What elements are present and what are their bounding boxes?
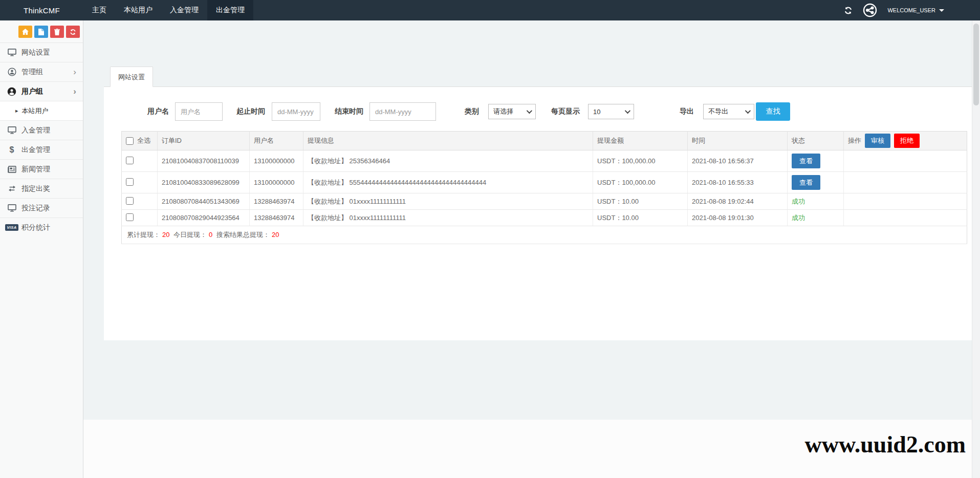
col-time: 时间: [688, 132, 788, 150]
table-row: 210810040837008110039 13100000000 【收款地址】…: [122, 150, 967, 172]
cell-order-id: 210808070829044923564: [158, 210, 250, 226]
quick-file-button[interactable]: [34, 26, 48, 38]
sidebar-item-withdraw[interactable]: $ 出金管理: [0, 140, 83, 159]
watermark: www.uuid2.com: [805, 431, 966, 458]
view-button[interactable]: 查看: [792, 175, 820, 190]
export-select[interactable]: 不导出: [703, 104, 754, 119]
cell-time: 2021-08-08 19:02:44: [688, 193, 788, 210]
triangle-right-icon: ▸: [15, 107, 18, 114]
sidebar-item-label: 本站用户: [22, 106, 49, 116]
category-select[interactable]: 请选择: [488, 104, 536, 119]
user-dropdown[interactable]: WELCOME_USER: [887, 7, 944, 13]
sidebar-item-assigned-draw[interactable]: 指定出奖: [0, 179, 83, 198]
scrollbar-track: [972, 20, 980, 478]
sidebar-item-label: 用户组: [21, 87, 43, 96]
trash-icon: [54, 29, 60, 35]
sidebar-item-bet-records[interactable]: 投注记录: [0, 198, 83, 218]
sidebar-item-local-users[interactable]: ▸ 本站用户: [0, 101, 83, 120]
start-date-field[interactable]: [272, 102, 320, 121]
category-select-value: 请选择: [493, 107, 513, 116]
scrollbar-thumb[interactable]: [973, 24, 979, 105]
cell-amount: USDT：100,000.00: [593, 150, 688, 172]
export-label: 导出: [680, 107, 694, 116]
monitor-icon: [7, 126, 17, 134]
cell-order-id: 210810040837008110039: [158, 150, 250, 172]
status-text: 成功: [792, 214, 805, 222]
nav-item-deposit[interactable]: 入金管理: [161, 0, 207, 20]
user-name: WELCOME_USER: [887, 7, 935, 13]
row-checkbox[interactable]: [126, 178, 134, 186]
per-page-select-value: 10: [593, 108, 600, 116]
sidebar-item-label: 指定出奖: [21, 184, 50, 193]
quick-recycle-button[interactable]: [66, 26, 80, 38]
tab-site-settings[interactable]: 网站设置: [110, 67, 153, 87]
sidebar-item-site-settings[interactable]: 网站设置: [0, 42, 83, 62]
navbar-menu: 主页 本站用户 入金管理 出金管理: [83, 0, 253, 20]
select-all-label: 全选: [137, 136, 150, 145]
search-button[interactable]: 查找: [756, 102, 790, 121]
username-label: 用户名: [147, 107, 169, 116]
nav-item-site-users[interactable]: 本站用户: [115, 0, 161, 20]
cell-time: 2021-08-10 16:56:37: [688, 150, 788, 172]
start-time-label: 起止时间: [236, 107, 265, 116]
cell-time: 2021-08-10 16:55:33: [688, 172, 788, 193]
sidebar-item-label: 入金管理: [21, 126, 50, 135]
chevron-down-icon: [527, 108, 532, 114]
row-checkbox[interactable]: [126, 213, 134, 221]
cell-username: 13100000000: [250, 150, 303, 172]
view-button[interactable]: 查看: [792, 154, 820, 168]
summary-total-label: 累计提现：: [127, 231, 160, 238]
row-checkbox[interactable]: [126, 197, 134, 205]
quick-home-button[interactable]: [18, 26, 32, 38]
sidebar: 网站设置 管理组 › 用户组 › ▸ 本站用户 入金管理 $ 出金管理 新闻管理: [0, 20, 83, 478]
row-checkbox[interactable]: [126, 157, 134, 164]
col-action: 操作: [848, 136, 861, 145]
visa-icon: VISA: [7, 224, 17, 231]
username-field[interactable]: [175, 102, 223, 121]
refresh-icon[interactable]: [844, 6, 853, 15]
navbar-brand[interactable]: ThinkCMF: [0, 0, 83, 20]
file-icon: [38, 29, 44, 35]
footer-area: www.uuid2.com: [83, 420, 980, 478]
chevron-down-icon: [745, 108, 751, 114]
cell-amount: USDT：10.00: [593, 210, 688, 226]
chevron-right-icon: ›: [73, 87, 76, 96]
cell-time: 2021-08-08 19:01:30: [688, 210, 788, 226]
sidebar-item-label: 积分统计: [21, 223, 50, 232]
cell-amount: USDT：100,000.00: [593, 172, 688, 193]
col-username: 用户名: [250, 132, 303, 150]
monitor-icon: [7, 204, 17, 212]
cell-withdraw-info: 【收款地址】 555444444444444444444444444444444…: [303, 172, 593, 193]
select-all-checkbox[interactable]: [126, 137, 134, 145]
sidebar-quick-buttons: [0, 20, 83, 42]
user-avatar[interactable]: [863, 3, 877, 17]
table-row: 210810040833089628099 13100000000 【收款地址】…: [122, 172, 967, 193]
status-text: 成功: [792, 198, 805, 205]
monitor-icon: [7, 49, 17, 56]
exchange-icon: [7, 185, 17, 192]
chevron-right-icon: ›: [73, 68, 76, 76]
sidebar-item-admin-group[interactable]: 管理组 ›: [0, 62, 83, 81]
withdraw-table: 全选 订单ID 用户名 提现信息 提现金额 时间 状态 操作 审核 拒绝: [121, 131, 967, 244]
user-circle-icon: [7, 68, 17, 76]
per-page-select[interactable]: 10: [588, 104, 634, 119]
summary-search-value: 20: [272, 231, 279, 238]
nav-item-home[interactable]: 主页: [83, 0, 115, 20]
sidebar-item-points-stats[interactable]: VISA 积分统计: [0, 218, 83, 237]
cell-order-id: 210810040833089628099: [158, 172, 250, 193]
cell-username: 13100000000: [250, 172, 303, 193]
sidebar-item-news[interactable]: 新闻管理: [0, 159, 83, 179]
end-date-field[interactable]: [369, 102, 436, 121]
sidebar-item-label: 管理组: [21, 68, 43, 77]
summary-today-label: 今日提现：: [173, 231, 207, 238]
summary-search-label: 搜索结果总提现：: [216, 231, 270, 238]
filter-row: 用户名 起止时间 结束时间 类别 请选择 每页显示 10 导出 不导出 查找: [147, 87, 980, 121]
nav-item-withdraw[interactable]: 出金管理: [207, 0, 253, 20]
sidebar-item-user-group[interactable]: 用户组 ›: [0, 81, 83, 101]
reject-button[interactable]: 拒绝: [894, 134, 920, 148]
sidebar-item-label: 投注记录: [21, 204, 50, 213]
quick-trash-button[interactable]: [50, 26, 64, 38]
sidebar-item-deposit[interactable]: 入金管理: [0, 120, 83, 140]
approve-button[interactable]: 审核: [865, 134, 890, 148]
tab-bar: 网站设置: [104, 67, 980, 87]
